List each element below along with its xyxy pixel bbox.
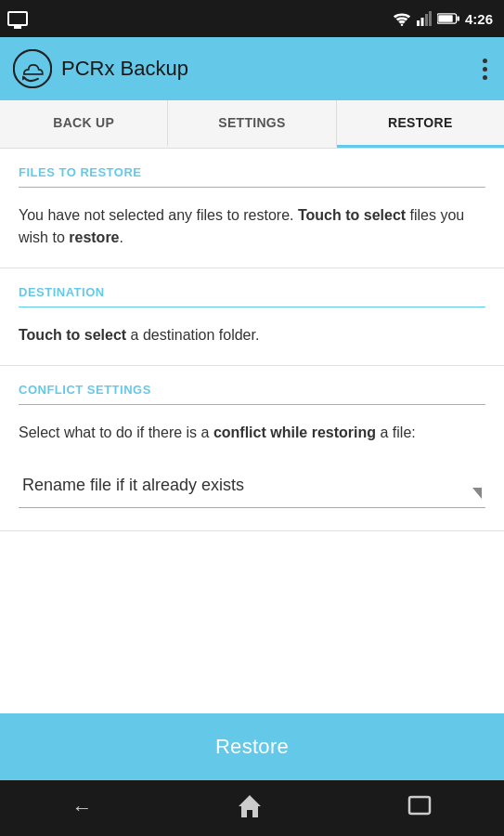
app-bar-left: PCRx Backup (13, 49, 188, 88)
tab-bar: BACK UP SETTINGS RESTORE (0, 100, 504, 149)
destination-section: DESTINATION Touch to select a destinatio… (0, 268, 504, 366)
conflict-dropdown[interactable]: Rename file if it already exists Overwri… (19, 463, 485, 508)
destination-text[interactable]: Touch to select a destination folder. (19, 317, 485, 356)
destination-header: DESTINATION (19, 285, 485, 307)
svg-rect-4 (429, 11, 432, 26)
home-button[interactable] (237, 793, 263, 824)
app-logo (13, 49, 52, 88)
restore-button[interactable]: Restore (215, 735, 289, 759)
svg-point-0 (401, 23, 404, 26)
content-area: FILES TO RESTORE You have not selected a… (0, 149, 504, 713)
svg-rect-1 (417, 20, 420, 26)
more-options-button[interactable] (479, 55, 491, 84)
svg-rect-2 (420, 18, 423, 26)
back-button[interactable]: ← (72, 796, 93, 820)
status-bar-right: 4:26 (393, 11, 493, 27)
menu-dot (483, 67, 487, 72)
signal-icon (417, 11, 432, 26)
restore-bar[interactable]: Restore (0, 713, 504, 780)
conflict-dropdown-wrapper[interactable]: Rename file if it already exists Overwri… (19, 463, 485, 508)
status-bar: 4:26 (0, 0, 504, 37)
nav-bar: ← (0, 780, 504, 836)
conflict-settings-text: Select what to do if there is a conflict… (19, 414, 485, 453)
status-bar-left (7, 11, 28, 26)
svg-rect-3 (425, 14, 428, 26)
tab-restore[interactable]: RESTORE (337, 100, 504, 148)
menu-dot (483, 59, 487, 63)
app-title: PCRx Backup (61, 57, 188, 81)
app-bar: PCRx Backup (0, 37, 504, 100)
svg-rect-7 (457, 16, 459, 20)
wifi-icon (393, 11, 411, 26)
tab-settings[interactable]: SETTINGS (168, 100, 336, 148)
svg-marker-10 (239, 795, 261, 817)
tab-backup[interactable]: BACK UP (0, 100, 168, 148)
conflict-settings-header: CONFLICT SETTINGS (19, 383, 485, 405)
svg-rect-6 (438, 15, 452, 22)
svg-rect-11 (409, 797, 430, 814)
svg-point-8 (14, 50, 51, 87)
files-to-restore-text[interactable]: You have not selected any files to resto… (19, 197, 485, 258)
files-to-restore-section: FILES TO RESTORE You have not selected a… (0, 149, 504, 268)
conflict-settings-section: CONFLICT SETTINGS Select what to do if t… (0, 366, 504, 531)
battery-icon (437, 12, 459, 25)
screen-icon (7, 11, 28, 26)
status-time: 4:26 (465, 11, 493, 27)
menu-dot (483, 75, 487, 80)
files-to-restore-header: FILES TO RESTORE (19, 165, 485, 188)
recents-button[interactable] (407, 794, 433, 822)
